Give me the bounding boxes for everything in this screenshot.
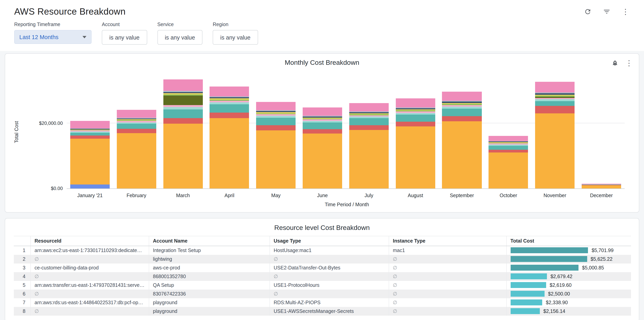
bar-segment-pink[interactable] <box>256 102 296 110</box>
bar-segment-light-teal[interactable] <box>442 107 482 108</box>
bar-segment-light-pink[interactable] <box>303 120 342 121</box>
bar-segment-amber[interactable] <box>210 118 249 188</box>
more-vertical-icon[interactable]: ⋮ <box>625 59 633 67</box>
bar-segment-amber[interactable] <box>349 130 389 188</box>
alert-bell-icon[interactable] <box>610 59 619 67</box>
bar-segment-teal[interactable] <box>163 109 203 118</box>
bar-segment-amber[interactable] <box>396 126 435 188</box>
bar-segment-red[interactable] <box>256 125 296 130</box>
bar-segment-amber[interactable] <box>303 134 342 188</box>
bar-segment-pink[interactable] <box>349 103 389 111</box>
bar-segment-light-pink[interactable] <box>163 105 203 107</box>
bar-segment-red[interactable] <box>442 116 482 121</box>
bar-segment-teal[interactable] <box>535 101 574 106</box>
bar-segment-red[interactable] <box>535 106 574 113</box>
column-header-total-cost[interactable]: Total Cost <box>506 236 631 246</box>
bar-segment-light-teal[interactable] <box>210 102 249 104</box>
bar-segment-amber[interactable] <box>163 124 203 188</box>
bar-segment-light-pink[interactable] <box>396 111 435 113</box>
bar-segment-light-pink[interactable] <box>116 121 156 122</box>
column-header-usage-type[interactable]: Usage Type <box>270 236 389 246</box>
stacked-bar-March[interactable] <box>163 79 203 188</box>
region-filter-button[interactable]: is any value <box>213 30 258 45</box>
bar-segment-pink[interactable] <box>535 82 574 93</box>
bar-segment-light-teal[interactable] <box>116 122 156 124</box>
bar-segment-pink[interactable] <box>163 79 203 91</box>
bar-segment-teal[interactable] <box>396 115 435 122</box>
table-row[interactable]: 7arn:aws:rds:us-east-1:448640225317:db:p… <box>14 298 631 307</box>
bar-segment-teal[interactable] <box>210 104 249 112</box>
bar-segment-olive[interactable] <box>163 96 203 105</box>
bar-segment-amber[interactable] <box>256 130 296 188</box>
table-row[interactable]: 4∅868001352780∅∅$2,679.42 <box>14 272 631 281</box>
bar-segment-light-teal[interactable] <box>535 99 574 101</box>
bar-segment-pink[interactable] <box>489 136 528 141</box>
bar-segment-amber[interactable] <box>489 152 528 188</box>
stacked-bar-January '21[interactable] <box>70 121 110 188</box>
table-row[interactable]: 1arn:aws:ec2:us-east-1:733017110293:dedi… <box>14 246 631 255</box>
bar-segment-navy[interactable] <box>535 93 574 95</box>
bar-segment-green[interactable] <box>163 94 203 96</box>
bar-segment-teal[interactable] <box>349 118 389 125</box>
bar-segment-light-pink[interactable] <box>349 115 389 117</box>
bar-segment-blue[interactable] <box>70 184 110 188</box>
column-header-resource-id[interactable]: ResourceId <box>30 236 149 246</box>
bar-segment-light-pink[interactable] <box>535 98 574 99</box>
bar-segment-pink[interactable] <box>303 107 342 116</box>
stacked-bar-May[interactable] <box>256 102 296 188</box>
bar-segment-red[interactable] <box>489 150 528 152</box>
bar-segment-light-pink[interactable] <box>210 101 249 102</box>
table-row[interactable]: 6∅830767422336∅∅$2,500.00 <box>14 289 631 298</box>
bar-segment-light-teal[interactable] <box>256 116 296 118</box>
account-filter-button[interactable]: is any value <box>102 30 147 45</box>
bar-segment-pink[interactable] <box>70 121 110 128</box>
bar-segment-pink[interactable] <box>442 92 482 101</box>
more-vertical-icon[interactable]: ⋮ <box>621 7 630 16</box>
bar-segment-red[interactable] <box>70 136 110 139</box>
table-row[interactable]: 2∅lightwing∅∅$5,625.22 <box>14 255 631 263</box>
stacked-bar-December[interactable] <box>582 183 621 188</box>
bar-segment-light-teal[interactable] <box>396 113 435 115</box>
bar-segment-amber[interactable] <box>442 121 482 188</box>
stacked-bar-September[interactable] <box>442 92 482 188</box>
bar-segment-light-teal[interactable] <box>349 117 389 118</box>
bar-segment-teal[interactable] <box>256 118 296 125</box>
column-header-instance-type[interactable]: Instance Type <box>389 236 506 246</box>
bar-segment-navy[interactable] <box>442 102 482 103</box>
bar-segment-navy[interactable] <box>210 97 249 99</box>
stacked-bar-July[interactable] <box>349 103 389 188</box>
bar-segment-pink[interactable] <box>396 98 435 107</box>
filter-icon[interactable] <box>602 7 611 16</box>
bar-segment-amber[interactable] <box>582 185 621 188</box>
table-row[interactable]: 5arn:aws:transfer:us-east-1:479370281431… <box>14 281 631 289</box>
bar-segment-pink[interactable] <box>210 87 249 97</box>
bar-segment-light-teal[interactable] <box>163 107 203 110</box>
bar-segment-navy[interactable] <box>163 92 203 93</box>
bar-segment-light-teal[interactable] <box>303 121 342 122</box>
bar-segment-teal[interactable] <box>116 124 156 129</box>
stacked-bar-April[interactable] <box>210 87 249 188</box>
reporting-timeframe-select[interactable]: Last 12 Months <box>14 30 92 44</box>
bar-segment-teal[interactable] <box>70 133 110 136</box>
bar-segment-light-pink[interactable] <box>442 105 482 107</box>
bar-segment-light-pink[interactable] <box>256 114 296 116</box>
stacked-bar-November[interactable] <box>535 82 574 188</box>
bar-segment-red[interactable] <box>116 129 156 133</box>
stacked-bar-October[interactable] <box>489 136 528 188</box>
bar-segment-teal[interactable] <box>489 146 528 150</box>
stacked-bar-August[interactable] <box>396 98 435 188</box>
refresh-icon[interactable] <box>583 7 592 16</box>
bar-segment-amber[interactable] <box>70 139 110 184</box>
bar-segment-red[interactable] <box>163 118 203 124</box>
bar-segment-red[interactable] <box>210 112 249 118</box>
bar-segment-amber[interactable] <box>535 113 574 188</box>
bar-segment-red[interactable] <box>303 129 342 134</box>
column-header-account-name[interactable]: Account Name <box>149 236 270 246</box>
bar-segment-red[interactable] <box>349 125 389 130</box>
stacked-bar-February[interactable] <box>116 110 156 188</box>
table-row[interactable]: 3ce-customer-billing-data-prodaws-ce-pro… <box>14 263 631 272</box>
bar-segment-pink[interactable] <box>116 110 156 118</box>
bar-segment-red[interactable] <box>396 122 435 126</box>
stacked-bar-June[interactable] <box>303 107 342 188</box>
table-row[interactable]: 8∅playgroundUSE1-AWSSecretsManager-Secre… <box>14 307 631 315</box>
